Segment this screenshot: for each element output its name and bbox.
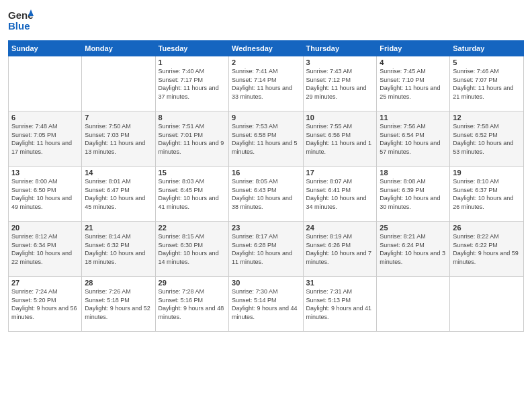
week-row-2: 6Sunrise: 7:48 AMSunset: 7:05 PMDaylight… — [9, 111, 524, 167]
day-number: 21 — [85, 224, 152, 232]
day-number: 2 — [232, 58, 300, 66]
calendar-cell — [82, 56, 155, 111]
day-info: Sunrise: 7:58 AMSunset: 6:52 PMDaylight:… — [453, 122, 521, 156]
day-info: Sunrise: 8:22 AMSunset: 6:22 PMDaylight:… — [453, 232, 521, 266]
day-info: Sunrise: 7:56 AMSunset: 6:54 PMDaylight:… — [380, 122, 447, 156]
calendar-cell: 3Sunrise: 7:43 AMSunset: 7:12 PMDaylight… — [303, 56, 377, 111]
logo-icon: General Blue — [8, 7, 34, 34]
calendar-cell: 29Sunrise: 7:28 AMSunset: 5:16 PMDayligh… — [155, 277, 228, 332]
day-info: Sunrise: 8:19 AMSunset: 6:26 PMDaylight:… — [306, 232, 374, 266]
day-number: 15 — [159, 169, 226, 177]
calendar-cell: 13Sunrise: 8:00 AMSunset: 6:50 PMDayligh… — [9, 167, 82, 222]
calendar-cell — [450, 277, 524, 332]
day-number: 6 — [11, 113, 79, 122]
calendar-cell: 27Sunrise: 7:24 AMSunset: 5:20 PMDayligh… — [9, 277, 82, 332]
day-number: 19 — [453, 169, 521, 177]
calendar-cell: 1Sunrise: 7:40 AMSunset: 7:17 PMDaylight… — [155, 56, 228, 111]
day-info: Sunrise: 7:31 AMSunset: 5:13 PMDaylight:… — [306, 287, 374, 321]
day-info: Sunrise: 7:46 AMSunset: 7:07 PMDaylight:… — [453, 67, 521, 101]
day-number: 11 — [380, 113, 447, 122]
calendar-cell: 24Sunrise: 8:19 AMSunset: 6:26 PMDayligh… — [303, 222, 377, 277]
day-info: Sunrise: 7:28 AMSunset: 5:16 PMDaylight:… — [159, 287, 226, 321]
calendar-cell: 26Sunrise: 8:22 AMSunset: 6:22 PMDayligh… — [450, 222, 524, 277]
week-row-3: 13Sunrise: 8:00 AMSunset: 6:50 PMDayligh… — [9, 167, 524, 222]
day-header-monday: Monday — [82, 41, 155, 56]
svg-text:Blue: Blue — [8, 20, 30, 32]
day-number: 5 — [453, 58, 521, 66]
calendar-cell: 12Sunrise: 7:58 AMSunset: 6:52 PMDayligh… — [450, 111, 524, 167]
calendar-cell — [9, 56, 82, 111]
day-info: Sunrise: 7:24 AMSunset: 5:20 PMDaylight:… — [11, 287, 79, 321]
calendar-cell: 20Sunrise: 8:12 AMSunset: 6:34 PMDayligh… — [9, 222, 82, 277]
day-number: 10 — [306, 113, 374, 122]
day-number: 29 — [159, 279, 226, 287]
day-info: Sunrise: 8:12 AMSunset: 6:34 PMDaylight:… — [11, 232, 79, 266]
day-number: 14 — [85, 169, 152, 177]
day-info: Sunrise: 8:01 AMSunset: 6:47 PMDaylight:… — [85, 177, 152, 211]
calendar-cell: 4Sunrise: 7:45 AMSunset: 7:10 PMDaylight… — [377, 56, 450, 111]
day-info: Sunrise: 8:21 AMSunset: 6:24 PMDaylight:… — [380, 232, 447, 266]
calendar-cell: 15Sunrise: 8:03 AMSunset: 6:45 PMDayligh… — [155, 167, 228, 222]
day-info: Sunrise: 7:55 AMSunset: 6:56 PMDaylight:… — [306, 122, 374, 156]
calendar-cell: 2Sunrise: 7:41 AMSunset: 7:14 PMDaylight… — [229, 56, 303, 111]
calendar-cell: 14Sunrise: 8:01 AMSunset: 6:47 PMDayligh… — [82, 167, 155, 222]
header: General Blue — [8, 7, 524, 36]
day-number: 24 — [306, 224, 374, 232]
day-number: 16 — [232, 169, 300, 177]
day-number: 7 — [85, 113, 152, 122]
calendar-cell: 30Sunrise: 7:30 AMSunset: 5:14 PMDayligh… — [229, 277, 303, 332]
day-info: Sunrise: 7:40 AMSunset: 7:17 PMDaylight:… — [159, 67, 226, 101]
day-info: Sunrise: 8:03 AMSunset: 6:45 PMDaylight:… — [159, 177, 226, 211]
day-info: Sunrise: 7:45 AMSunset: 7:10 PMDaylight:… — [380, 67, 447, 101]
calendar-cell: 23Sunrise: 8:17 AMSunset: 6:28 PMDayligh… — [229, 222, 303, 277]
calendar-cell: 9Sunrise: 7:53 AMSunset: 6:58 PMDaylight… — [229, 111, 303, 167]
day-info: Sunrise: 8:15 AMSunset: 6:30 PMDaylight:… — [159, 232, 226, 266]
day-number: 1 — [159, 58, 226, 66]
day-info: Sunrise: 8:05 AMSunset: 6:43 PMDaylight:… — [232, 177, 300, 211]
calendar-cell: 22Sunrise: 8:15 AMSunset: 6:30 PMDayligh… — [155, 222, 228, 277]
calendar-cell — [377, 277, 450, 332]
calendar-cell: 6Sunrise: 7:48 AMSunset: 7:05 PMDaylight… — [9, 111, 82, 167]
day-number: 22 — [159, 224, 226, 232]
day-info: Sunrise: 8:14 AMSunset: 6:32 PMDaylight:… — [85, 232, 152, 266]
calendar-cell: 5Sunrise: 7:46 AMSunset: 7:07 PMDaylight… — [450, 56, 524, 111]
day-number: 4 — [380, 58, 447, 66]
calendar-cell: 16Sunrise: 8:05 AMSunset: 6:43 PMDayligh… — [229, 167, 303, 222]
day-header-thursday: Thursday — [303, 41, 377, 56]
calendar-cell: 11Sunrise: 7:56 AMSunset: 6:54 PMDayligh… — [377, 111, 450, 167]
day-number: 17 — [306, 169, 374, 177]
day-info: Sunrise: 8:07 AMSunset: 6:41 PMDaylight:… — [306, 177, 374, 211]
days-header-row: SundayMondayTuesdayWednesdayThursdayFrid… — [9, 41, 524, 56]
day-header-friday: Friday — [377, 41, 450, 56]
calendar-cell: 17Sunrise: 8:07 AMSunset: 6:41 PMDayligh… — [303, 167, 377, 222]
day-info: Sunrise: 8:10 AMSunset: 6:37 PMDaylight:… — [453, 177, 521, 211]
calendar-cell: 28Sunrise: 7:26 AMSunset: 5:18 PMDayligh… — [82, 277, 155, 332]
day-info: Sunrise: 7:51 AMSunset: 7:01 PMDaylight:… — [159, 122, 226, 156]
calendar-cell: 18Sunrise: 8:08 AMSunset: 6:39 PMDayligh… — [377, 167, 450, 222]
day-number: 9 — [232, 113, 300, 122]
day-number: 26 — [453, 224, 521, 232]
day-number: 18 — [380, 169, 447, 177]
day-info: Sunrise: 7:53 AMSunset: 6:58 PMDaylight:… — [232, 122, 300, 156]
day-number: 31 — [306, 279, 374, 287]
day-info: Sunrise: 7:48 AMSunset: 7:05 PMDaylight:… — [11, 122, 79, 156]
day-info: Sunrise: 8:17 AMSunset: 6:28 PMDaylight:… — [232, 232, 300, 266]
day-header-wednesday: Wednesday — [229, 41, 303, 56]
day-number: 20 — [11, 224, 79, 232]
day-info: Sunrise: 7:50 AMSunset: 7:03 PMDaylight:… — [85, 122, 152, 156]
week-row-1: 1Sunrise: 7:40 AMSunset: 7:17 PMDaylight… — [9, 56, 524, 111]
day-number: 12 — [453, 113, 521, 122]
week-row-5: 27Sunrise: 7:24 AMSunset: 5:20 PMDayligh… — [9, 277, 524, 332]
calendar-cell: 19Sunrise: 8:10 AMSunset: 6:37 PMDayligh… — [450, 167, 524, 222]
calendar-cell: 21Sunrise: 8:14 AMSunset: 6:32 PMDayligh… — [82, 222, 155, 277]
day-number: 23 — [232, 224, 300, 232]
day-number: 28 — [85, 279, 152, 287]
day-info: Sunrise: 8:08 AMSunset: 6:39 PMDaylight:… — [380, 177, 447, 211]
day-info: Sunrise: 7:41 AMSunset: 7:14 PMDaylight:… — [232, 67, 300, 101]
day-number: 13 — [11, 169, 79, 177]
day-info: Sunrise: 7:26 AMSunset: 5:18 PMDaylight:… — [85, 287, 152, 321]
day-info: Sunrise: 8:00 AMSunset: 6:50 PMDaylight:… — [11, 177, 79, 211]
day-info: Sunrise: 7:30 AMSunset: 5:14 PMDaylight:… — [232, 287, 300, 321]
day-header-tuesday: Tuesday — [155, 41, 228, 56]
day-number: 27 — [11, 279, 79, 287]
